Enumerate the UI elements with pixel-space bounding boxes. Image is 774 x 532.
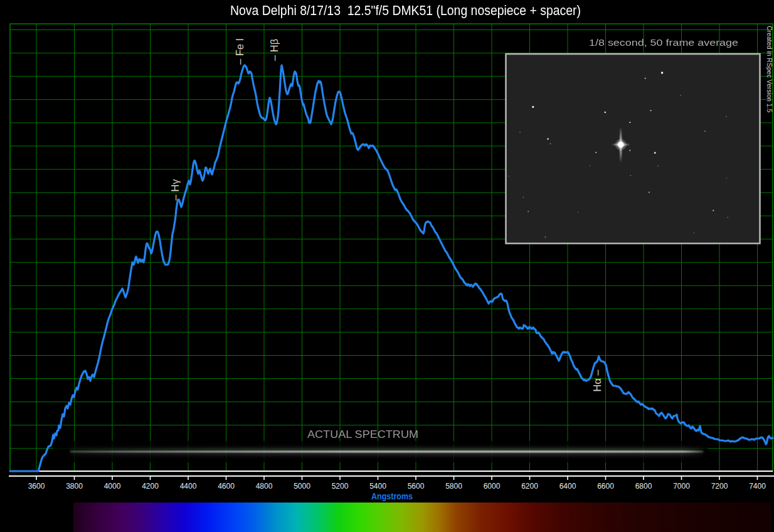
svg-text:5800: 5800 — [445, 482, 462, 491]
svg-text:4200: 4200 — [142, 482, 159, 491]
svg-text:6000: 6000 — [484, 482, 501, 491]
svg-text:5200: 5200 — [332, 482, 349, 491]
svg-text:– Hγ: – Hγ — [169, 179, 181, 201]
svg-text:4600: 4600 — [218, 482, 235, 491]
svg-text:6200: 6200 — [521, 482, 538, 491]
svg-text:6800: 6800 — [635, 482, 652, 491]
svg-text:ACTUAL SPECTRUM: ACTUAL SPECTRUM — [307, 429, 418, 440]
svg-text:5600: 5600 — [408, 482, 425, 491]
svg-text:1/8 second, 50 frame average: 1/8 second, 50 frame average — [589, 37, 738, 48]
svg-text:5000: 5000 — [294, 482, 310, 491]
svg-text:– Hβ: – Hβ — [268, 39, 280, 61]
svg-text:7400: 7400 — [749, 482, 766, 491]
svg-text:3800: 3800 — [66, 482, 83, 491]
svg-text:Nova Delphi 8/17/13 12.5"f/5: Nova Delphi 8/17/13 12.5"f/5 DMK51 (Long… — [230, 3, 581, 18]
svg-text:4000: 4000 — [104, 482, 121, 491]
svg-text:7200: 7200 — [711, 482, 728, 491]
svg-text:6400: 6400 — [559, 482, 576, 491]
svg-text:7000: 7000 — [673, 482, 690, 491]
svg-text:5400: 5400 — [369, 482, 386, 491]
svg-text:3600: 3600 — [28, 482, 45, 491]
svg-text:Created in RSpec Version 1.5: Created in RSpec Version 1.5 — [766, 26, 773, 112]
svg-text:– Fe I: – Fe I — [234, 38, 245, 65]
svg-text:Angstroms: Angstroms — [371, 491, 413, 501]
svg-text:4800: 4800 — [256, 482, 273, 491]
svg-text:Hα –: Hα – — [591, 369, 603, 391]
svg-text:6600: 6600 — [597, 482, 614, 491]
svg-text:4400: 4400 — [180, 482, 197, 491]
